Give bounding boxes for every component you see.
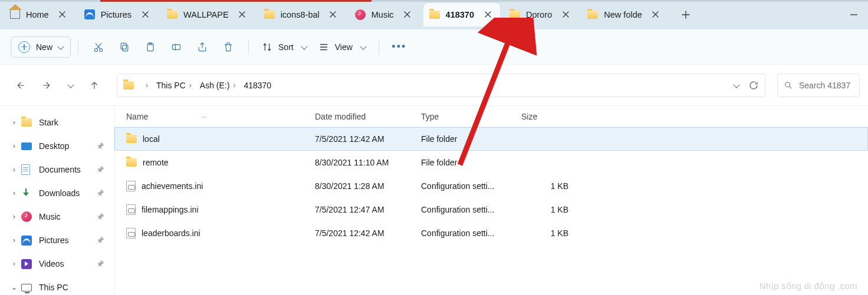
file-name: leaderboards.ini <box>142 228 200 238</box>
file-type: Configuration setti... <box>421 181 521 191</box>
pin-icon: 📌 <box>96 142 104 150</box>
close-icon[interactable] <box>558 7 573 22</box>
window-minimize-button[interactable] <box>840 3 868 26</box>
chevron-right-icon[interactable]: › <box>11 142 18 150</box>
col-modified[interactable]: Date modified <box>315 112 366 121</box>
file-name: achievements.ini <box>142 181 203 191</box>
sidebar-item-desktop[interactable]: ›Desktop📌 <box>0 134 114 158</box>
music-icon <box>355 9 366 20</box>
recent-locations-button[interactable] <box>63 74 79 97</box>
file-name: remote <box>143 158 169 167</box>
pin-icon: 📌 <box>96 260 104 268</box>
close-icon[interactable] <box>400 7 415 22</box>
close-icon[interactable] <box>235 7 250 22</box>
tab-icons8-bal[interactable]: icons8-bal <box>258 3 346 26</box>
view-button[interactable]: View <box>313 37 371 58</box>
chevron-down-icon[interactable] <box>733 81 739 88</box>
file-row[interactable]: remote8/30/2021 11:10 AMFile folder <box>114 151 868 174</box>
rename-button[interactable] <box>163 37 189 58</box>
pin-icon: 📌 <box>96 190 104 197</box>
file-size: 1 KB <box>521 228 592 238</box>
close-icon[interactable] <box>326 7 341 22</box>
forward-button[interactable] <box>35 74 59 97</box>
sidebar-item-label: Documents <box>39 165 81 174</box>
file-row[interactable]: local7/5/2021 12:42 AMFile folder <box>114 127 868 151</box>
sidebar-item-documents[interactable]: ›Documents📌 <box>0 158 114 181</box>
copy-button[interactable] <box>111 37 137 58</box>
sidebar-item-label: Pictures <box>39 236 69 245</box>
search-placeholder: Search 41837 <box>799 81 850 90</box>
close-icon[interactable] <box>137 7 153 22</box>
breadcrumb-segment[interactable]: 418370 <box>242 81 272 90</box>
chevron-right-icon[interactable]: › <box>11 165 18 174</box>
col-size[interactable]: Size <box>521 112 537 121</box>
tab-418370[interactable]: 418370 <box>423 3 500 26</box>
col-type[interactable]: Type <box>421 112 439 121</box>
col-name[interactable]: Name <box>126 112 148 121</box>
folder-icon <box>429 11 440 19</box>
svg-rect-6 <box>172 44 180 49</box>
chevron-right-icon: › <box>233 81 235 90</box>
paste-button[interactable] <box>137 37 163 58</box>
sidebar-item-pictures[interactable]: ›Pictures📌 <box>0 228 114 252</box>
column-headers[interactable]: Name︿ Date modified Type Size <box>114 106 868 127</box>
refresh-icon[interactable] <box>748 80 759 91</box>
close-icon[interactable] <box>648 7 663 22</box>
sidebar-item-downloads[interactable]: ›Downloads📌 <box>0 181 114 205</box>
divider <box>78 39 78 55</box>
chevron-right-icon[interactable]: › <box>11 260 18 268</box>
file-modified: 7/5/2021 12:42 AM <box>315 228 421 238</box>
tab-music[interactable]: Music <box>349 3 420 26</box>
chevron-right-icon[interactable]: › <box>11 236 18 244</box>
tab-dororo[interactable]: Dororo <box>504 3 578 26</box>
breadcrumb-segment[interactable]: This PC› <box>155 81 196 90</box>
pin-icon: 📌 <box>96 166 104 174</box>
address-bar[interactable]: › This PC›Ash (E:)›418370 <box>117 74 765 97</box>
file-pane: Name︿ Date modified Type Size local7/5/2… <box>114 106 868 295</box>
chevron-right-icon[interactable]: › <box>11 189 18 197</box>
file-name: filemappings.ini <box>142 205 199 214</box>
file-row[interactable]: achievements.ini8/30/2021 1:28 AMConfigu… <box>114 174 868 198</box>
pictures-icon <box>84 9 95 19</box>
chevron-right-icon[interactable]: › <box>11 213 18 221</box>
sidebar-item-music[interactable]: ›Music📌 <box>0 205 114 228</box>
new-button[interactable]: New <box>11 37 71 58</box>
sort-label: Sort <box>278 42 294 52</box>
sidebar-item-stark[interactable]: ›Stark <box>0 111 114 134</box>
svg-point-1 <box>100 48 103 51</box>
breadcrumb-segment[interactable]: Ash (E:)› <box>199 81 241 90</box>
add-tab-button[interactable] <box>673 3 699 26</box>
sidebar-item-this-pc[interactable]: ⌄This PC <box>0 276 114 295</box>
chevron-down-icon[interactable]: ⌄ <box>11 283 18 291</box>
chevron-right-icon[interactable]: › <box>11 118 18 127</box>
ini-icon <box>126 228 136 238</box>
sidebar-item-label: Downloads <box>39 188 80 198</box>
delete-button[interactable] <box>215 37 241 58</box>
cut-button[interactable] <box>86 37 111 58</box>
file-row[interactable]: filemappings.ini7/5/2021 12:47 AMConfigu… <box>114 198 868 221</box>
sidebar-item-label: Videos <box>39 259 64 269</box>
close-icon[interactable] <box>55 7 70 22</box>
tab-label: New folde <box>604 10 642 19</box>
close-icon[interactable] <box>480 7 495 22</box>
tab-label: Home <box>26 10 49 19</box>
sidebar-item-videos[interactable]: ›Videos📌 <box>0 252 114 276</box>
toolbar: New Sort View ••• <box>0 29 868 65</box>
svg-rect-3 <box>121 43 126 49</box>
tab-new-folde[interactable]: New folde <box>581 3 668 26</box>
search-box[interactable]: Search 41837 <box>777 74 860 97</box>
share-button[interactable] <box>189 37 215 58</box>
tab-home[interactable]: Home <box>4 3 75 26</box>
tab-pictures[interactable]: Pictures <box>78 3 157 26</box>
svg-point-0 <box>94 48 97 51</box>
tab-label: icons8-bal <box>281 10 320 19</box>
sort-button[interactable]: Sort <box>256 37 313 58</box>
back-button[interactable] <box>8 74 32 97</box>
file-modified: 7/5/2021 12:42 AM <box>315 134 421 144</box>
more-button[interactable]: ••• <box>386 37 412 58</box>
tab-wallpaper[interactable]: WALLPAPE <box>161 3 255 26</box>
up-button[interactable] <box>83 74 106 97</box>
folder-icon <box>126 135 137 143</box>
file-row[interactable]: leaderboards.ini7/5/2021 12:42 AMConfigu… <box>114 221 868 245</box>
sort-indicator-icon: ︿ <box>201 112 207 121</box>
